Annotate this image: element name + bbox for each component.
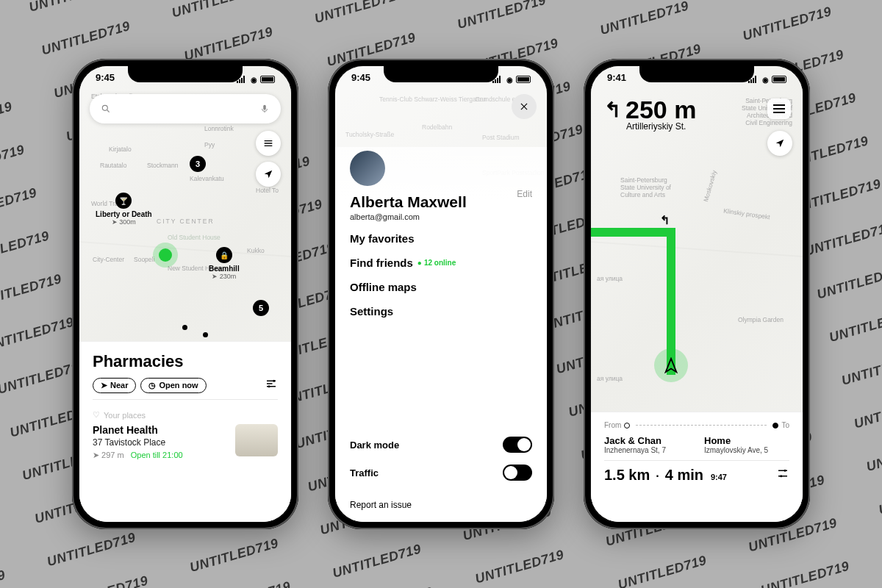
map-label: Post Stadium xyxy=(482,134,520,141)
notch xyxy=(384,63,498,82)
place-open: Open till 21:00 xyxy=(131,451,183,459)
from-col[interactable]: Jack & Chan Inzhenernaya St, 7 xyxy=(604,434,689,454)
trip-summary: 1.5 km · 4 min 9:47 xyxy=(604,467,789,484)
poi-icon: 🔒 xyxy=(216,247,232,263)
screen-navigation: Saint-Petersburg State University of Arc… xyxy=(591,66,803,522)
menu-settings[interactable]: Settings xyxy=(350,299,532,323)
map-label: Pyy xyxy=(204,141,215,148)
from-label: From xyxy=(604,421,621,429)
status-time: 9:45 xyxy=(351,72,370,87)
user-email: alberta@gmail.com xyxy=(350,212,532,221)
map-label: ая улица xyxy=(597,375,623,382)
battery-icon xyxy=(772,76,786,83)
map-label: Lonnrotink xyxy=(204,125,234,132)
nav-direction: ↰ 250 m Artilleriyskiy St. xyxy=(604,96,696,132)
svg-point-5 xyxy=(784,470,786,472)
map-label: Kalevankatu xyxy=(190,175,224,182)
filter-open-now[interactable]: ◷Open now xyxy=(140,378,206,393)
map-label: Rautatalo xyxy=(100,162,126,169)
wifi-icon: ◉ xyxy=(251,76,257,84)
results-sheet[interactable]: Pharmacies ➤Near ◷Open now ♡ Your places… xyxy=(79,341,291,522)
toggles-section: Dark mode Traffic xyxy=(350,431,532,487)
map-label: Old Student House xyxy=(168,234,220,241)
filter-row: ➤Near ◷Open now xyxy=(93,377,278,393)
status-time: 9:45 xyxy=(96,72,115,87)
menu-find-friends[interactable]: Find friends 12 online xyxy=(350,251,532,275)
map-label: Kukko xyxy=(247,247,265,254)
place-thumbnail xyxy=(235,424,278,456)
user-location xyxy=(159,248,172,262)
wifi-icon: ◉ xyxy=(506,76,513,84)
layers-button[interactable] xyxy=(256,131,281,156)
menu-favorites[interactable]: My favorites xyxy=(350,226,532,251)
map-label: Kirjatalo xyxy=(109,146,132,153)
route-progress: From To xyxy=(604,421,789,429)
close-button[interactable] xyxy=(512,94,537,119)
to-dot-icon xyxy=(772,423,778,429)
phone-1: Etelaesplanadi Lonnrotink Kirjatalo Pyy … xyxy=(72,59,298,529)
map-label: Tucholsky-Straße xyxy=(345,131,394,138)
section-label: ♡ Your places xyxy=(93,410,278,420)
heart-icon: ♡ xyxy=(93,410,100,420)
trip-time: 4 min xyxy=(665,467,703,484)
place-item[interactable]: Planet Health 37 Tavistock Place ➤ 297 m… xyxy=(93,424,278,460)
trip-eta: 9:47 xyxy=(711,473,727,481)
to-label: To xyxy=(781,421,789,429)
to-addr: Izmaylovskiy Ave, 5 xyxy=(704,446,789,454)
report-link[interactable]: Report an issue xyxy=(350,500,412,510)
locate-button[interactable] xyxy=(767,131,792,156)
screen-map-search: Etelaesplanadi Lonnrotink Kirjatalo Pyy … xyxy=(79,66,291,522)
nav-cursor xyxy=(663,357,679,373)
map-label: Tennis-Club Schwarz-Weiss Tiergarten xyxy=(379,96,487,103)
map-label: Stockmann xyxy=(147,162,179,169)
turn-distance: 250 m xyxy=(625,96,696,124)
toggle-dark-mode-row: Dark mode xyxy=(350,431,532,459)
place-name: Planet Health xyxy=(93,424,183,436)
notch xyxy=(639,63,754,82)
map-label: Soopeli xyxy=(134,256,154,263)
phone-3: Saint-Petersburg State University of Arc… xyxy=(584,59,810,529)
phones-row: Etelaesplanadi Lonnrotink Kirjatalo Pyy … xyxy=(0,0,882,588)
map-label: Olympia Garden xyxy=(738,316,784,323)
map-dot[interactable] xyxy=(182,325,187,330)
search-input[interactable] xyxy=(90,94,281,123)
online-badge: 12 online xyxy=(417,259,456,267)
filter-icon[interactable] xyxy=(776,467,789,483)
edit-button[interactable]: Edit xyxy=(517,189,532,199)
map-label: Rodelbahn xyxy=(422,123,452,131)
toggle-label: Traffic xyxy=(350,467,379,478)
to-col[interactable]: Home Izmaylovskiy Ave, 5 xyxy=(704,434,789,454)
menu-offline-maps[interactable]: Offline maps xyxy=(350,275,532,299)
poi-pin[interactable]: 🍸 Liberty or Death ➤ 300m xyxy=(96,193,152,226)
layers-button[interactable] xyxy=(767,98,791,119)
cluster-pin[interactable]: 5 xyxy=(253,300,269,316)
svg-point-4 xyxy=(268,385,270,387)
map-label: CITY CENTER xyxy=(157,218,215,225)
poi-pin[interactable]: 🔒 Beamhill ➤ 230m xyxy=(209,247,240,280)
mic-icon[interactable] xyxy=(259,103,270,115)
status-icons: ◉ xyxy=(492,72,531,87)
cluster-pin[interactable]: 3 xyxy=(190,156,206,172)
from-name: Jack & Chan xyxy=(604,435,689,446)
place-address: 37 Tavistock Place xyxy=(93,437,183,448)
turn-street: Artilleriyskiy St. xyxy=(626,121,696,132)
locate-button[interactable] xyxy=(256,162,281,187)
filter-icon[interactable] xyxy=(265,377,278,393)
traffic-switch[interactable] xyxy=(503,465,532,481)
nav-sheet[interactable]: From To Jack & Chan Inzhenernaya St, 7 H… xyxy=(591,412,803,522)
search-icon xyxy=(100,103,112,115)
battery-icon xyxy=(516,76,531,83)
svg-point-3 xyxy=(273,380,275,382)
map-dot[interactable] xyxy=(203,332,208,337)
dark-mode-switch[interactable] xyxy=(503,437,532,453)
map-label: Moskovskiy xyxy=(702,170,718,203)
status-icons: ◉ xyxy=(748,72,786,87)
svg-line-1 xyxy=(107,110,110,112)
to-name: Home xyxy=(704,435,789,446)
screen-profile: Tennis-Club Schwarz-Weiss Tiergarten Tuc… xyxy=(335,66,547,522)
phone-2: Tennis-Club Schwarz-Weiss Tiergarten Tuc… xyxy=(328,59,554,529)
map-label: ая улица xyxy=(597,275,623,282)
filter-near[interactable]: ➤Near xyxy=(93,378,136,393)
avatar[interactable] xyxy=(350,151,385,186)
toggle-traffic-row: Traffic xyxy=(350,459,532,487)
